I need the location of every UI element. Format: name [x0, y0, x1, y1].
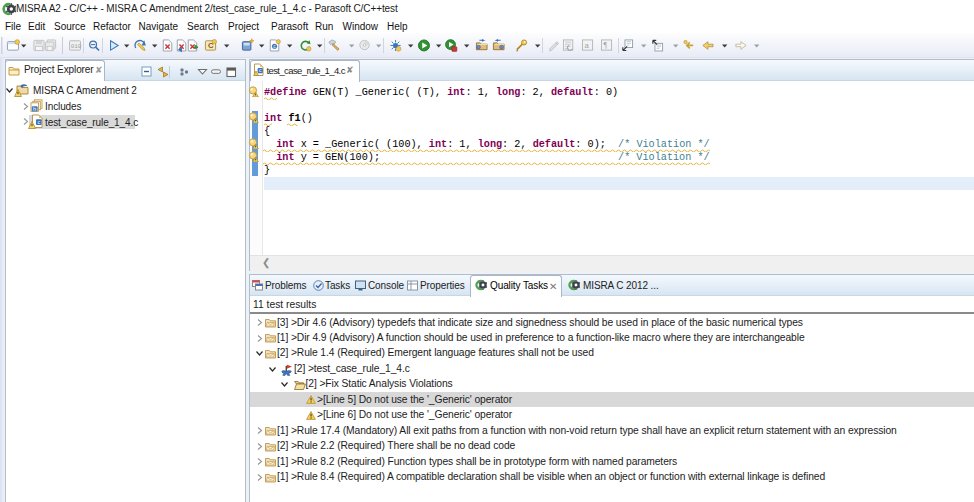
svg-text:h: h: [33, 106, 36, 112]
svg-text:¶: ¶: [604, 41, 608, 50]
svg-text:a: a: [585, 41, 590, 50]
svg-text:c: c: [273, 43, 276, 49]
svg-text:c: c: [38, 118, 41, 124]
svg-text:010: 010: [71, 43, 82, 50]
